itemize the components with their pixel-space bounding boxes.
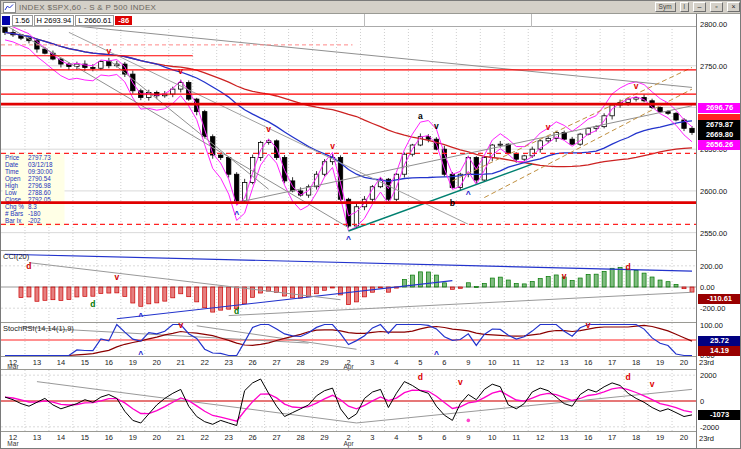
axis-date-label: 23rd — [699, 358, 714, 367]
panel-divider — [1, 369, 741, 370]
quote-row-divider — [531, 14, 532, 27]
svg-text:^: ^ — [466, 189, 471, 199]
restore-button[interactable]: ▫ — [710, 2, 723, 12]
trendline-layer — [37, 382, 692, 423]
current-value-box: -1073 — [698, 410, 741, 420]
date-label: 11 — [512, 433, 520, 442]
quote-change: 1.56 — [12, 15, 33, 26]
svg-text:2790.54: 2790.54 — [28, 175, 51, 182]
quote-low: L 2660.61 — [75, 15, 114, 26]
axis-tick-label: 2600.00 — [700, 187, 727, 196]
extra-button[interactable]: l — [680, 2, 689, 12]
date-label: 19 — [656, 358, 664, 367]
svg-text:v: v — [114, 272, 119, 282]
date-label: 5 — [418, 433, 422, 442]
date-label: 19 — [656, 433, 664, 442]
main-price-chart[interactable]: Price2797.73Date03/12/18Time09:30:00Open… — [1, 14, 696, 251]
date-label: 12 — [536, 433, 544, 442]
svg-text:Date: Date — [5, 161, 19, 168]
date-label: 20 — [680, 358, 688, 367]
date-label: 27 — [272, 358, 280, 367]
svg-text:Price: Price — [5, 154, 20, 161]
current-value-box: 2696.76 — [698, 103, 741, 113]
sym-button[interactable]: Sym — [655, 2, 676, 12]
date-label: 23 — [225, 433, 233, 442]
axis-tick-label: 0.00 — [700, 283, 715, 292]
date-label: 14 — [57, 433, 65, 442]
current-value-box: 2669.80 — [698, 130, 741, 140]
date-label: 6 — [442, 433, 446, 442]
current-value-box: 25.72 — [698, 336, 741, 346]
date-label: 3 — [370, 433, 374, 442]
date-label: 28 — [296, 358, 304, 367]
axis-tick-label: 2000 — [700, 371, 717, 380]
svg-text:2788.60: 2788.60 — [28, 189, 51, 196]
date-label: 13 — [33, 433, 41, 442]
date-label: 16 — [584, 358, 592, 367]
axis-tick-label: 100.00 — [700, 321, 723, 330]
cci-panel-label: CCI(20) — [3, 252, 29, 261]
breadth-panel[interactable]: dvdv — [1, 370, 696, 432]
svg-text:Time: Time — [5, 168, 19, 175]
cci-panel[interactable]: ddv^dvd — [1, 251, 696, 323]
axis-tick-label: 0 — [700, 397, 704, 406]
svg-text:d: d — [90, 299, 95, 309]
stoch-panel-label: StochRSI(14,14(1),9) — [3, 324, 74, 333]
annotation-layer: dvdv — [418, 372, 655, 388]
date-label: 15 — [81, 358, 89, 367]
close-button[interactable]: × — [727, 2, 740, 12]
month-label: Mar — [7, 440, 18, 447]
axis-tick-label: -200.00 — [700, 304, 725, 313]
window-title: INDEX $SPX,60 - S & P 500 INDEX — [19, 3, 651, 12]
date-label: 22 — [201, 433, 209, 442]
svg-text:Bar Ix: Bar Ix — [5, 217, 22, 224]
date-label: 27 — [272, 433, 280, 442]
quote-row-divider — [364, 14, 365, 27]
svg-text:v: v — [634, 81, 639, 91]
svg-text:# Bars: # Bars — [5, 210, 23, 217]
svg-text:d: d — [418, 372, 423, 382]
date-label: 9 — [466, 358, 470, 367]
axis-tick-label: 2800.00 — [700, 20, 727, 29]
date-label: 19 — [129, 358, 137, 367]
svg-text:v: v — [178, 66, 183, 76]
date-label: 21 — [177, 358, 185, 367]
date-label: 3 — [370, 358, 374, 367]
svg-text:2797.73: 2797.73 — [28, 154, 51, 161]
svg-text:v: v — [106, 46, 111, 56]
svg-text:v: v — [562, 271, 567, 281]
date-label: 17 — [608, 358, 616, 367]
svg-text:v: v — [458, 377, 463, 387]
date-label: 28 — [296, 433, 304, 442]
date-label: 29 — [320, 358, 328, 367]
app-window: INDEX $SPX,60 - S & P 500 INDEX Sym l – … — [0, 0, 741, 449]
date-label: 4 — [394, 358, 398, 367]
svg-text:v: v — [434, 121, 439, 131]
svg-text:Low: Low — [5, 189, 17, 196]
stochrsi-panel[interactable]: V^^V — [1, 323, 696, 357]
date-label: 26 — [248, 358, 256, 367]
date-label: 4 — [394, 433, 398, 442]
date-label: 20 — [153, 433, 161, 442]
price-axis-strip[interactable]: 2800.002750.002700.002650.002600.002550.… — [696, 14, 741, 449]
axis-tick-label: 2550.00 — [700, 229, 727, 238]
date-axis-row-bottom: 1213141516192021222326272829234569101112… — [1, 432, 696, 449]
svg-text:d: d — [234, 306, 239, 316]
current-value-box: 14.19 — [698, 346, 741, 356]
svg-text:^: ^ — [138, 311, 143, 321]
date-label: 13 — [560, 358, 568, 367]
quote-percent-box: -86 — [115, 16, 132, 25]
svg-text:-202: -202 — [28, 217, 41, 224]
date-label: 17 — [608, 433, 616, 442]
date-label: 26 — [248, 433, 256, 442]
minimize-button[interactable]: – — [693, 2, 706, 12]
date-label: 14 — [57, 358, 65, 367]
svg-text:a: a — [418, 111, 423, 121]
panel-divider — [1, 431, 741, 432]
date-label: 18 — [632, 358, 640, 367]
date-label: 16 — [584, 433, 592, 442]
svg-text:v: v — [330, 141, 335, 151]
date-label: 5 — [418, 358, 422, 367]
annotation-layer: vvvvvavb^^^vv — [19, 18, 639, 244]
date-label: 12 — [536, 358, 544, 367]
